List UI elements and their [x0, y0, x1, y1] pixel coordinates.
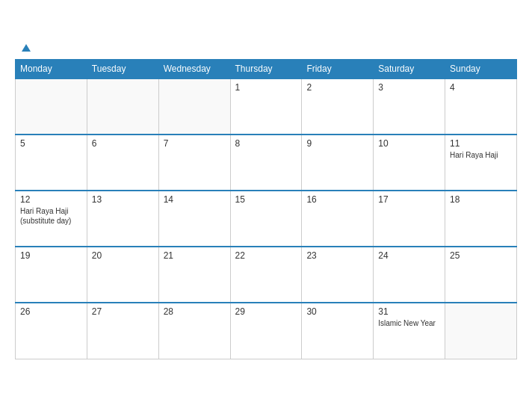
week-row-4: 19202122232425 [16, 247, 517, 303]
calendar-cell: 5 [16, 135, 87, 191]
day-number: 17 [378, 194, 440, 205]
day-number: 2 [306, 82, 368, 93]
day-number: 25 [450, 250, 512, 261]
day-number: 9 [306, 138, 368, 149]
week-row-1: 1234 [16, 78, 517, 135]
calendar-cell: 11Hari Raya Haji [445, 135, 517, 191]
logo [19, 44, 31, 52]
day-number: 3 [378, 82, 440, 93]
day-number: 31 [378, 306, 440, 317]
calendar-cell [158, 78, 230, 135]
calendar-cell [87, 78, 158, 135]
day-number: 11 [450, 138, 512, 149]
calendar-cell: 16 [302, 191, 374, 247]
calendar-cell: 15 [230, 191, 302, 247]
day-number: 10 [378, 138, 440, 149]
calendar-container: MondayTuesdayWednesdayThursdayFridaySatu… [7, 37, 525, 374]
week-row-5: 262728293031Islamic New Year [16, 303, 517, 359]
day-number: 12 [20, 194, 82, 205]
day-number: 7 [164, 138, 226, 149]
calendar-cell: 29 [230, 303, 302, 359]
week-row-3: 12Hari Raya Haji (substitute day)1314151… [16, 191, 517, 247]
day-number: 26 [20, 306, 82, 317]
calendar-cell: 28 [158, 303, 230, 359]
day-number: 4 [450, 82, 512, 93]
weekday-header-monday: Monday [16, 60, 87, 79]
calendar-cell: 12Hari Raya Haji (substitute day) [16, 191, 87, 247]
calendar-cell: 25 [445, 247, 517, 303]
day-number: 14 [164, 194, 226, 205]
calendar-cell: 17 [374, 191, 445, 247]
day-number: 15 [235, 194, 297, 205]
calendar-cell: 31Islamic New Year [374, 303, 445, 359]
day-number: 24 [378, 250, 440, 261]
calendar-cell: 24 [374, 247, 445, 303]
calendar-cell: 2 [302, 78, 374, 135]
day-number: 21 [164, 250, 226, 261]
calendar-cell: 1 [230, 78, 302, 135]
calendar-cell: 8 [230, 135, 302, 191]
day-number: 5 [20, 138, 82, 149]
weekday-header-wednesday: Wednesday [158, 60, 230, 79]
calendar-cell [16, 78, 87, 135]
calendar-cell: 13 [87, 191, 158, 247]
calendar-cell: 22 [230, 247, 302, 303]
calendar-cell: 30 [302, 303, 374, 359]
calendar-cell: 7 [158, 135, 230, 191]
calendar-cell: 9 [302, 135, 374, 191]
day-number: 23 [306, 250, 368, 261]
calendar-cell: 26 [16, 303, 87, 359]
weekday-header-friday: Friday [302, 60, 374, 79]
day-number: 1 [235, 82, 297, 93]
weekday-header-thursday: Thursday [230, 60, 302, 79]
calendar-cell: 4 [445, 78, 517, 135]
calendar-cell: 19 [16, 247, 87, 303]
day-number: 28 [164, 306, 226, 317]
weekday-header-row: MondayTuesdayWednesdayThursdayFridaySatu… [16, 60, 517, 79]
day-number: 22 [235, 250, 297, 261]
weekday-header-sunday: Sunday [445, 60, 517, 79]
event-label: Hari Raya Haji (substitute day) [20, 206, 82, 226]
calendar-header [15, 44, 517, 52]
day-number: 19 [20, 250, 82, 261]
logo-triangle-icon [22, 44, 31, 52]
calendar-cell: 18 [445, 191, 517, 247]
day-number: 20 [92, 250, 154, 261]
day-number: 6 [92, 138, 154, 149]
day-number: 27 [92, 306, 154, 317]
day-number: 13 [92, 194, 154, 205]
day-number: 30 [306, 306, 368, 317]
day-number: 8 [235, 138, 297, 149]
day-number: 16 [306, 194, 368, 205]
calendar-cell: 6 [87, 135, 158, 191]
calendar-cell: 3 [374, 78, 445, 135]
calendar-cell [445, 303, 517, 359]
calendar-table: MondayTuesdayWednesdayThursdayFridaySatu… [15, 59, 517, 359]
weekday-header-saturday: Saturday [374, 60, 445, 79]
event-label: Islamic New Year [378, 318, 440, 328]
calendar-cell: 14 [158, 191, 230, 247]
day-number: 18 [450, 194, 512, 205]
calendar-cell: 20 [87, 247, 158, 303]
event-label: Hari Raya Haji [450, 150, 512, 160]
day-number: 29 [235, 306, 297, 317]
calendar-cell: 10 [374, 135, 445, 191]
week-row-2: 567891011Hari Raya Haji [16, 135, 517, 191]
calendar-cell: 21 [158, 247, 230, 303]
weekday-header-tuesday: Tuesday [87, 60, 158, 79]
calendar-cell: 27 [87, 303, 158, 359]
calendar-cell: 23 [302, 247, 374, 303]
